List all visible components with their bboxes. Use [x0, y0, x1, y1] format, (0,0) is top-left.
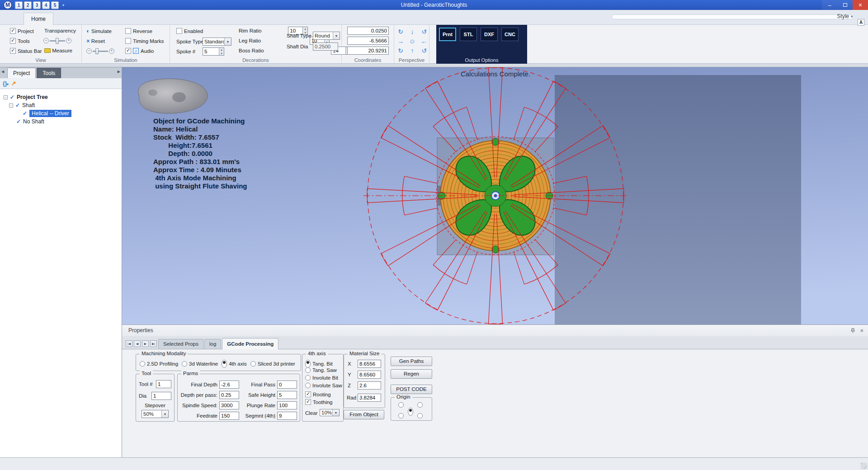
- next-tab-icon[interactable]: ▶: [142, 340, 149, 347]
- tree-label[interactable]: Shaft: [22, 102, 35, 108]
- slider-thumb[interactable]: [56, 38, 59, 44]
- shaft-dia-input[interactable]: [313, 42, 338, 51]
- simulate-button[interactable]: ◐ Simulate: [86, 28, 112, 34]
- rotate-cw-icon[interactable]: ↻: [395, 46, 406, 56]
- tab-tools[interactable]: Tools: [37, 68, 61, 78]
- reset-view-icon[interactable]: ☺: [406, 37, 418, 46]
- pointer-icon[interactable]: ↗: [11, 80, 16, 87]
- resize-grip[interactable]: [861, 463, 867, 469]
- stl-button[interactable]: STL: [460, 28, 477, 41]
- print-button[interactable]: Prnt: [439, 28, 456, 41]
- first-tab-icon[interactable]: |◀: [126, 340, 132, 347]
- shaft-type-select[interactable]: Round▼: [313, 32, 340, 40]
- from-object-button[interactable]: From Object: [344, 410, 384, 419]
- material-y-input[interactable]: [358, 371, 381, 379]
- slider-track[interactable]: [93, 51, 108, 52]
- coordinate-x[interactable]: [347, 27, 389, 35]
- post-code-button[interactable]: POST CODE: [391, 385, 432, 394]
- minus-icon[interactable]: −: [86, 48, 92, 54]
- arrow-left-icon[interactable]: ←: [418, 37, 430, 46]
- measure-button[interactable]: Measure: [44, 48, 72, 53]
- tree-label[interactable]: No Shaft: [23, 118, 44, 125]
- depth-per-pass-input[interactable]: [219, 391, 239, 399]
- feedrate-input[interactable]: [219, 412, 239, 420]
- final-depth-input[interactable]: [219, 381, 239, 389]
- safe-height-input[interactable]: [277, 391, 297, 399]
- spinner-arrows[interactable]: ▲▼: [219, 48, 224, 55]
- tab-home[interactable]: Home: [24, 13, 53, 25]
- style-dropdown[interactable]: Style ▾: [837, 13, 853, 19]
- segment-4th-input[interactable]: [277, 412, 297, 420]
- origin-radio-top-right[interactable]: [417, 402, 423, 408]
- origin-radio-top-left[interactable]: [398, 402, 404, 408]
- slider-thumb[interactable]: [95, 48, 99, 54]
- checkbox-enabled[interactable]: Enabled: [176, 28, 203, 34]
- checkbox-project[interactable]: Project: [10, 28, 34, 34]
- checkbox-reverse[interactable]: Reverse: [125, 28, 152, 34]
- plus-icon[interactable]: +: [109, 48, 114, 54]
- tab-log[interactable]: log: [204, 339, 221, 349]
- arrow-up-icon[interactable]: ↑: [406, 46, 418, 56]
- quick-access-1[interactable]: 1: [15, 1, 23, 9]
- rotate-cw-icon[interactable]: ↻: [395, 27, 406, 37]
- arrow-down-icon[interactable]: ↓: [406, 27, 418, 37]
- regen-button[interactable]: Regen: [391, 369, 432, 379]
- simulation-speed-slider[interactable]: − +: [86, 48, 114, 54]
- plus-icon[interactable]: +: [66, 38, 71, 43]
- material-x-input[interactable]: [358, 360, 381, 368]
- minimize-button[interactable]: –: [822, 0, 837, 10]
- quick-access-4[interactable]: 4: [42, 1, 50, 9]
- cnc-button[interactable]: CNC: [501, 28, 519, 41]
- arrow-right-icon[interactable]: →: [395, 37, 406, 46]
- scroll-right-icon[interactable]: ▶: [118, 70, 120, 74]
- radio-involute-saw[interactable]: Involute Saw: [305, 383, 342, 388]
- tree-node-root[interactable]: - ✓ Project Tree: [4, 94, 48, 101]
- reset-button[interactable]: × Reset: [86, 38, 105, 44]
- tree-label[interactable]: Project Tree: [17, 94, 48, 100]
- prev-tab-icon[interactable]: ◀: [134, 340, 141, 347]
- radio-4th-axis[interactable]: 4th axis: [222, 360, 247, 368]
- checkbox-timing-marks[interactable]: Timing Marks: [125, 38, 164, 44]
- quick-access-5[interactable]: 5: [51, 1, 59, 9]
- tree-node-shaft[interactable]: - ✓ Shaft: [9, 102, 35, 109]
- quick-access-3[interactable]: 3: [33, 1, 41, 9]
- checkbox-toothing[interactable]: Toothing: [305, 399, 332, 405]
- app-logo[interactable]: M: [4, 1, 12, 9]
- rotate-ccw-icon[interactable]: ↺: [418, 46, 430, 56]
- scroll-left-icon[interactable]: ◀: [1, 70, 4, 74]
- spoke-num-spinner[interactable]: ▲▼: [203, 47, 224, 56]
- chevron-down-icon[interactable]: ▾: [62, 3, 64, 7]
- material-rad-input[interactable]: [358, 394, 381, 402]
- checkbox-rooting[interactable]: Rooting: [305, 391, 331, 397]
- origin-radio-center[interactable]: [408, 408, 413, 416]
- minus-icon[interactable]: −: [43, 38, 49, 43]
- tool-num-input[interactable]: [156, 380, 171, 388]
- checkbox-status-bar[interactable]: Status Bar: [10, 48, 42, 54]
- font-button[interactable]: A: [858, 19, 864, 26]
- origin-radio-bottom-right[interactable]: [417, 413, 423, 418]
- tree-node-helical-driver[interactable]: ✓ Helical -- Driver: [23, 110, 71, 117]
- transparency-slider[interactable]: − +: [43, 38, 71, 43]
- tab-selected-props[interactable]: Selected Props: [158, 339, 203, 349]
- stepover-select[interactable]: 50%▼: [142, 410, 169, 418]
- radio-25d-profiling[interactable]: 2.5D Profiling: [140, 360, 178, 368]
- slider-track[interactable]: [50, 40, 65, 42]
- viewport-3d[interactable]: Calculations Complete. Object for GCode …: [122, 67, 868, 324]
- radio-sliced-3d-printer[interactable]: Sliced 3d printer: [250, 360, 295, 368]
- final-pass-input[interactable]: [277, 381, 297, 389]
- tab-project[interactable]: Project: [7, 68, 36, 78]
- collapse-icon[interactable]: -: [9, 103, 13, 108]
- quick-access-2[interactable]: 2: [24, 1, 32, 9]
- pin-icon[interactable]: [850, 328, 855, 334]
- checkbox-tools[interactable]: Tools: [10, 38, 30, 44]
- maximize-button[interactable]: [837, 0, 853, 10]
- tree-node-no-shaft[interactable]: ✓ No Shaft: [16, 118, 44, 125]
- code-icon[interactable]: {}▾: [3, 80, 9, 87]
- tab-gcode-processing[interactable]: GCode Processing: [222, 338, 278, 349]
- gen-paths-button[interactable]: Gen Paths: [391, 357, 432, 366]
- checkbox-audio[interactable]: ♪ Audio: [125, 48, 154, 54]
- close-icon[interactable]: ×: [860, 325, 863, 336]
- clear-select[interactable]: 10%▼: [320, 409, 340, 416]
- material-z-input[interactable]: [358, 381, 381, 390]
- rotate-ccw-icon[interactable]: ↺: [418, 27, 430, 37]
